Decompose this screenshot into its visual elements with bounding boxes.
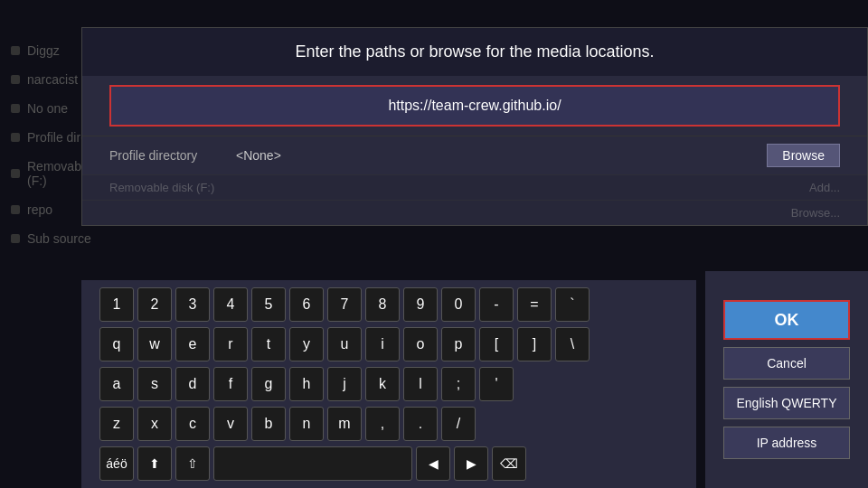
key-i[interactable]: i (365, 327, 400, 361)
key-semicolon[interactable]: ; (441, 367, 476, 401)
key-r[interactable]: r (213, 327, 248, 361)
none-value: <None> (236, 148, 749, 163)
key-period[interactable]: . (403, 407, 438, 441)
ok-button[interactable]: OK (723, 300, 850, 340)
key-c[interactable]: c (175, 407, 210, 441)
cancel-button[interactable]: Cancel (723, 347, 850, 380)
main-dialog: Enter the paths or browse for the media … (81, 27, 868, 226)
key-special-chars[interactable]: áéö (99, 446, 134, 481)
url-input-wrapper[interactable] (109, 85, 840, 127)
key-9[interactable]: 9 (403, 287, 438, 322)
key-j[interactable]: j (327, 367, 362, 401)
key-4[interactable]: 4 (213, 287, 248, 322)
key-q[interactable]: q (99, 327, 134, 361)
url-input[interactable] (115, 90, 835, 121)
key-6[interactable]: 6 (289, 287, 324, 322)
key-f[interactable]: f (213, 367, 248, 401)
key-k[interactable]: k (365, 367, 400, 401)
key-space[interactable] (213, 446, 412, 481)
key-d[interactable]: d (175, 367, 210, 401)
key-shift-icon[interactable]: ⬆ (137, 446, 172, 481)
key-y[interactable]: y (289, 327, 324, 361)
key-b[interactable]: b (251, 407, 286, 441)
key-backspace[interactable]: ⌫ (492, 446, 526, 481)
ip-address-button[interactable]: IP address (723, 427, 850, 459)
key-equals[interactable]: = (517, 287, 552, 322)
key-3[interactable]: 3 (175, 287, 210, 322)
key-backtick[interactable]: ` (555, 287, 590, 322)
key-t[interactable]: t (251, 327, 286, 361)
key-g[interactable]: g (251, 367, 286, 401)
browse-button[interactable]: Browse (767, 144, 840, 167)
key-caps-icon[interactable]: ⇧ (175, 446, 210, 481)
dialog-instruction: Enter the paths or browse for the media … (82, 28, 867, 76)
key-p[interactable]: p (441, 327, 476, 361)
key-row-zxcv: z x c v b n m , . / (90, 407, 687, 441)
key-5[interactable]: 5 (251, 287, 286, 322)
key-lbracket[interactable]: [ (479, 327, 514, 361)
key-row-qwerty: q w e r t y u i o p [ ] \ (90, 327, 687, 361)
key-n[interactable]: n (289, 407, 324, 441)
key-comma[interactable]: , (365, 407, 400, 441)
browse-row: Profile directory <None> Browse (82, 136, 867, 174)
key-2[interactable]: 2 (137, 287, 172, 322)
key-l[interactable]: l (403, 367, 438, 401)
key-right-arrow[interactable]: ▶ (454, 446, 488, 481)
key-m[interactable]: m (327, 407, 362, 441)
key-x[interactable]: x (137, 407, 172, 441)
keyboard-area: 1 2 3 4 5 6 7 8 9 0 - = ` q w e r t y u … (81, 280, 696, 488)
key-minus[interactable]: - (479, 287, 514, 322)
faded-row-1: Removable disk (F:) Add... (82, 174, 867, 200)
key-w[interactable]: w (137, 327, 172, 361)
key-row-asdf: a s d f g h j k l ; ' (90, 367, 687, 401)
key-s[interactable]: s (137, 367, 172, 401)
right-panel: OK Cancel English QWERTY IP address (705, 271, 868, 488)
key-row-numbers: 1 2 3 4 5 6 7 8 9 0 - = ` (90, 287, 687, 322)
key-o[interactable]: o (403, 327, 438, 361)
key-7[interactable]: 7 (327, 287, 362, 322)
key-z[interactable]: z (99, 407, 134, 441)
key-backslash[interactable]: \ (555, 327, 590, 361)
key-quote[interactable]: ' (479, 367, 514, 401)
key-rbracket[interactable]: ] (517, 327, 552, 361)
key-0[interactable]: 0 (441, 287, 476, 322)
toolbar-row: áéö ⬆ ⇧ ◀ ▶ ⌫ (90, 446, 687, 481)
key-h[interactable]: h (289, 367, 324, 401)
key-8[interactable]: 8 (365, 287, 400, 322)
profile-label: Profile directory (109, 148, 218, 163)
key-u[interactable]: u (327, 327, 362, 361)
key-a[interactable]: a (99, 367, 134, 401)
key-slash[interactable]: / (441, 407, 476, 441)
faded-row-2: Browse... (82, 200, 867, 225)
key-1[interactable]: 1 (99, 287, 134, 322)
key-e[interactable]: e (175, 327, 210, 361)
key-v[interactable]: v (213, 407, 248, 441)
key-left-arrow[interactable]: ◀ (416, 446, 450, 481)
keyboard-layout-button[interactable]: English QWERTY (723, 387, 850, 419)
